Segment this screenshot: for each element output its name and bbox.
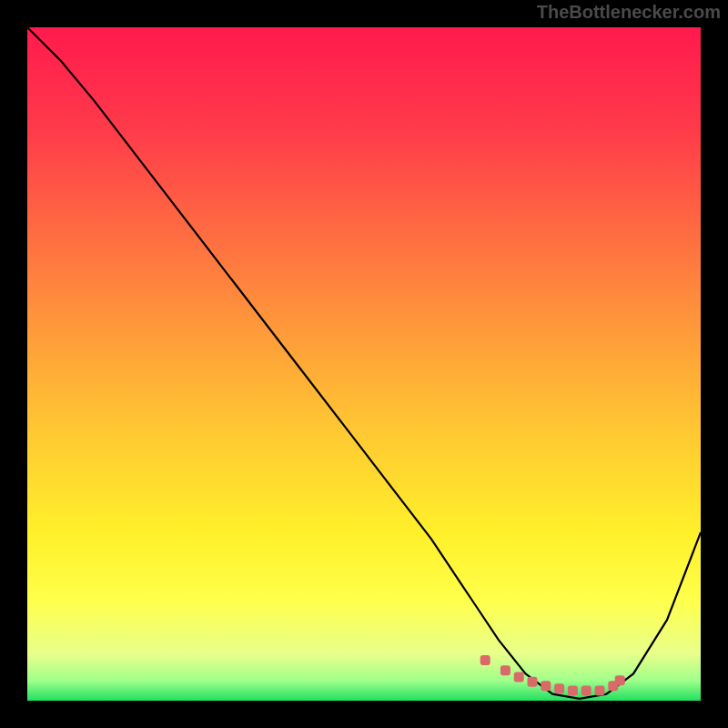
marker-point [480, 655, 490, 665]
marker-point [528, 677, 538, 687]
marker-point [581, 685, 592, 695]
marker-point [568, 685, 578, 695]
marker-point [514, 672, 524, 682]
marker-point [595, 685, 605, 695]
marker-point [554, 683, 564, 693]
marker-point [500, 665, 511, 675]
marker-point [541, 681, 551, 691]
gradient-background [27, 27, 701, 701]
chart-svg [27, 27, 701, 701]
watermark-text: TheBottlenecker.com [537, 2, 721, 23]
marker-point [615, 675, 625, 685]
chart-container [27, 27, 701, 701]
